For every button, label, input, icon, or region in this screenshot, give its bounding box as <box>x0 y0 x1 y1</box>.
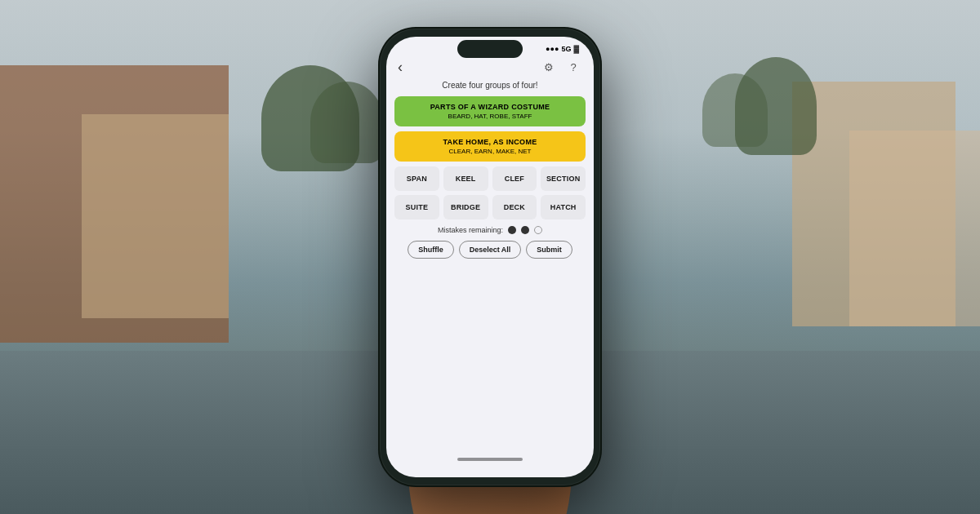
group-yellow-words: CLEAR, EARN, MAKE, NET <box>404 148 576 155</box>
shuffle-button[interactable]: Shuffle <box>408 241 454 259</box>
mistake-dot-1 <box>508 226 516 234</box>
phone: ●●● 5G ▓ ‹ ⚙ ? Create four groups of fou… <box>380 29 600 485</box>
help-icon[interactable]: ? <box>564 58 582 76</box>
instruction-text: Create four groups of four! <box>394 81 586 90</box>
mistakes-row: Mistakes remaining: <box>394 226 586 234</box>
tile-deck[interactable]: DECK <box>492 195 537 219</box>
solved-group-yellow: TAKE HOME, AS INCOME CLEAR, EARN, MAKE, … <box>394 131 586 162</box>
group-green-words: BEARD, HAT, ROBE, STAFF <box>404 113 576 120</box>
group-green-title: PARTS OF A WIZARD COSTUME <box>404 103 576 111</box>
tile-span[interactable]: SPAN <box>394 166 439 191</box>
tile-hatch[interactable]: HATCH <box>541 195 586 219</box>
building-left2 <box>82 114 229 318</box>
submit-button[interactable]: Submit <box>526 241 572 259</box>
app-content: ‹ ⚙ ? Create four groups of four! PARTS … <box>386 55 594 477</box>
deselect-all-button[interactable]: Deselect All <box>459 241 522 259</box>
solved-group-green: PARTS OF A WIZARD COSTUME BEARD, HAT, RO… <box>394 96 586 126</box>
mistakes-label: Mistakes remaining: <box>438 226 503 234</box>
back-button[interactable]: ‹ <box>398 59 403 76</box>
phone-screen: ●●● 5G ▓ ‹ ⚙ ? Create four groups of fou… <box>386 37 594 477</box>
tile-keel[interactable]: KEEL <box>443 166 488 191</box>
mistake-dot-2 <box>521 226 529 234</box>
building-right2 <box>849 131 980 326</box>
home-indicator <box>457 458 523 461</box>
action-buttons: Shuffle Deselect All Submit <box>394 241 586 259</box>
tree-right2 <box>702 73 768 147</box>
group-yellow-title: TAKE HOME, AS INCOME <box>404 138 576 146</box>
battery-icon: ▓ <box>573 45 579 53</box>
tile-clef[interactable]: CLEF <box>492 166 537 191</box>
top-icons: ⚙ ? <box>540 58 582 76</box>
settings-icon[interactable]: ⚙ <box>540 58 558 76</box>
signal-icon: ●●● <box>546 45 559 53</box>
top-bar: ‹ ⚙ ? <box>394 55 586 81</box>
tile-section[interactable]: SECTION <box>541 166 586 191</box>
status-icons: ●●● 5G ▓ <box>546 45 579 53</box>
tree-left2 <box>310 82 384 163</box>
tile-bridge[interactable]: BRIDGE <box>443 195 488 219</box>
word-grid: SPAN KEEL CLEF SECTION SUITE BRIDGE DECK… <box>394 166 586 219</box>
dynamic-island <box>457 40 523 58</box>
mistake-dot-3 <box>534 226 542 234</box>
network-label: 5G <box>561 45 571 53</box>
tile-suite[interactable]: SUITE <box>394 195 439 219</box>
hand-phone-container: ●●● 5G ▓ ‹ ⚙ ? Create four groups of fou… <box>380 29 600 485</box>
